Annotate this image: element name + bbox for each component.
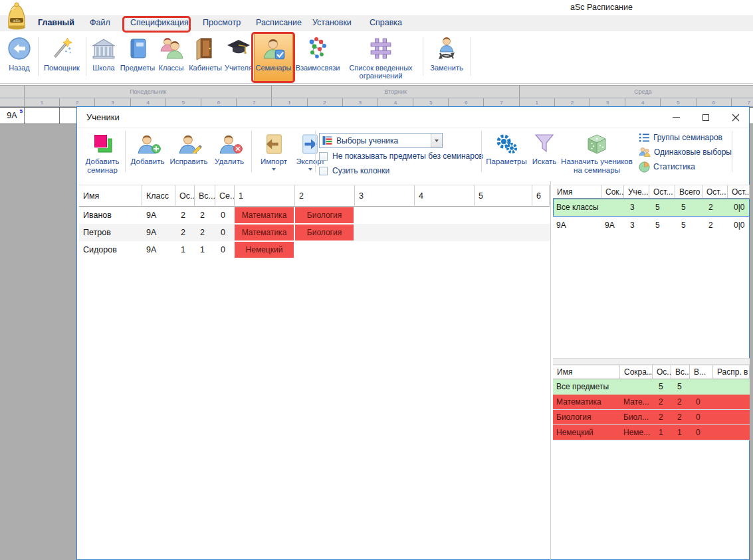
seminar-groups-button[interactable]: Группы семинаров [639, 130, 732, 145]
two-people-icon [159, 36, 184, 61]
column-header[interactable]: Ост... [728, 185, 750, 199]
school-button[interactable]: Школа [88, 33, 119, 82]
close-button[interactable] [725, 108, 746, 126]
dice-icon [586, 133, 608, 155]
subject-row[interactable]: Немецкий Неме... 1 1 0 [553, 425, 750, 440]
column-header[interactable]: Ос... [175, 185, 195, 207]
subject-choice-chip[interactable]: Математика [235, 207, 294, 223]
students-table-header: Имя Класс Ос... Вс... Се... 1 2 3 4 5 6 [79, 185, 550, 207]
ribbon-toolbar: Назад Помощник Школа Предметы [0, 31, 753, 84]
parameters-button[interactable]: Параметры [484, 129, 528, 166]
subjects-button[interactable]: Предметы [120, 33, 156, 82]
column-header[interactable]: Имя [553, 365, 620, 379]
edit-student-button[interactable]: Исправить [167, 129, 210, 166]
view-select-value: Выборы ученика [336, 136, 427, 145]
minimize-button[interactable] [665, 108, 687, 126]
seminars-button-selected[interactable]: Семинары [254, 33, 293, 82]
dropdown-arrow-icon [308, 168, 312, 171]
subject-choice-chip[interactable]: Немецкий [235, 242, 294, 258]
column-header[interactable]: Сок... [601, 185, 624, 199]
column-header[interactable]: 6 [532, 185, 550, 207]
back-button[interactable]: Назад [4, 33, 35, 82]
list-icon [639, 132, 650, 143]
column-header[interactable]: Имя [553, 185, 601, 199]
menu-item-specifikaciya[interactable]: Спецификация [130, 18, 189, 27]
student-row[interactable]: Петров 9A 2 2 0 Математика Биология [79, 224, 550, 241]
checkbox-unchecked[interactable] [319, 167, 328, 175]
column-header[interactable]: Всего [675, 185, 702, 199]
column-header[interactable]: Класс [142, 185, 175, 207]
search-filter-button[interactable]: Искать [530, 129, 558, 166]
subject-row[interactable]: Биология Биол... 2 2 0 [553, 410, 750, 425]
student-row[interactable]: Иванов 9A 2 2 0 Математика Биология [79, 207, 550, 224]
column-header[interactable]: Распр. в н... [713, 365, 750, 379]
class-row[interactable]: 9A 9A 3 5 5 2 0|0 [553, 217, 750, 234]
classes-button[interactable]: Классы [156, 33, 186, 82]
wizard-button[interactable]: Помощник [41, 33, 82, 82]
menu-item-raspisanie[interactable]: Расписание [256, 18, 302, 27]
relations-button[interactable]: Взаимосвязи [294, 33, 341, 82]
classes-total-row-selected[interactable]: Все классы 3 5 5 2 0|0 [553, 199, 750, 217]
subject-choice-chip[interactable]: Математика [235, 225, 294, 240]
add-student-button[interactable]: Добавить [128, 129, 167, 166]
day-header-tuesday: Вторник [272, 86, 519, 98]
menu-bar: Главный Файл Спецификация Просмотр Распи… [0, 15, 753, 31]
funnel-icon [534, 133, 555, 155]
menu-item-prosmotr[interactable]: Просмотр [203, 18, 241, 27]
add-seminar-button[interactable]: Добавить семинар [81, 129, 124, 174]
column-header[interactable]: 2 [295, 185, 355, 207]
grid-fence-icon [369, 37, 393, 60]
column-header[interactable]: 3 [355, 185, 415, 207]
teachers-button[interactable]: Учителя [225, 33, 253, 82]
view-select-combobox[interactable]: Выборы ученика [319, 133, 443, 148]
column-header[interactable]: Ост... [649, 185, 675, 199]
statistics-button[interactable]: Статистика [639, 159, 732, 174]
rooms-button[interactable]: Кабинеты [187, 33, 224, 82]
import-button[interactable]: Импорт [257, 129, 291, 171]
column-header[interactable]: 4 [415, 185, 475, 207]
combobox-arrow-button[interactable] [431, 134, 442, 147]
timetable-cell[interactable] [25, 108, 60, 124]
subject-choice-chip[interactable]: Биология [295, 225, 354, 240]
menu-item-ustanovki[interactable]: Установки [312, 18, 352, 27]
delete-student-button[interactable]: Удалить [212, 129, 247, 166]
assign-students-button[interactable]: Назначить учеников на семинары [560, 129, 634, 174]
horizontal-splitter[interactable] [553, 358, 750, 365]
subject-choice-chip[interactable]: Биология [295, 207, 354, 223]
menu-item-glavny[interactable]: Главный [38, 18, 74, 27]
subject-row[interactable]: Математика Мате... 2 2 0 [553, 395, 750, 410]
pie-chart-icon [639, 161, 650, 173]
substitute-button[interactable]: Заменить [425, 33, 468, 82]
window-title: aSc Расписание [570, 3, 633, 12]
column-header[interactable]: В... [690, 365, 713, 379]
column-header[interactable]: Сокра... [620, 365, 653, 379]
dropdown-arrow-icon [272, 168, 276, 171]
column-header[interactable]: Уче... [624, 185, 649, 199]
class-row-label[interactable]: 9A 5 [0, 108, 25, 124]
column-header[interactable]: Вс... [671, 365, 690, 379]
column-header[interactable]: Вс... [195, 185, 215, 207]
asc-logo-bell-icon[interactable]: aSc [4, 1, 31, 31]
maximize-button[interactable] [695, 108, 716, 126]
checkbox-unchecked[interactable] [319, 152, 328, 161]
school-building-icon [92, 37, 116, 60]
chevron-down-icon [435, 140, 439, 142]
hide-subjects-checkbox-row[interactable]: Не показывать предметы без семинаров [319, 151, 483, 161]
column-header[interactable]: 1 [235, 185, 295, 207]
same-choices-button[interactable]: Одинаковые выборы [639, 145, 732, 159]
subjects-table-header: Имя Сокра... Ос... Вс... В... Распр. в н… [553, 365, 750, 379]
narrow-columns-checkbox-row[interactable]: Сузить колонки [319, 165, 389, 176]
column-header[interactable]: 5 [475, 185, 532, 207]
column-header[interactable]: Имя [79, 185, 142, 207]
menu-item-spravka[interactable]: Справка [370, 18, 402, 27]
menu-item-fail[interactable]: Файл [90, 18, 110, 27]
column-header[interactable]: Се... [215, 185, 235, 207]
student-row[interactable]: Сидоров 9A 1 1 0 Немецкий [79, 241, 550, 258]
panel-divider[interactable] [550, 181, 551, 560]
constraints-list-button[interactable]: Список введенных ограничений [342, 33, 420, 82]
column-header[interactable]: Ос... [653, 365, 671, 379]
column-header[interactable]: Ост... [702, 185, 728, 199]
dialog-titlebar[interactable]: Ученики [77, 107, 749, 128]
students-table: Имя Класс Ос... Вс... Се... 1 2 3 4 5 6 … [79, 185, 550, 258]
subjects-total-row[interactable]: Все предметы 5 5 [553, 379, 750, 395]
